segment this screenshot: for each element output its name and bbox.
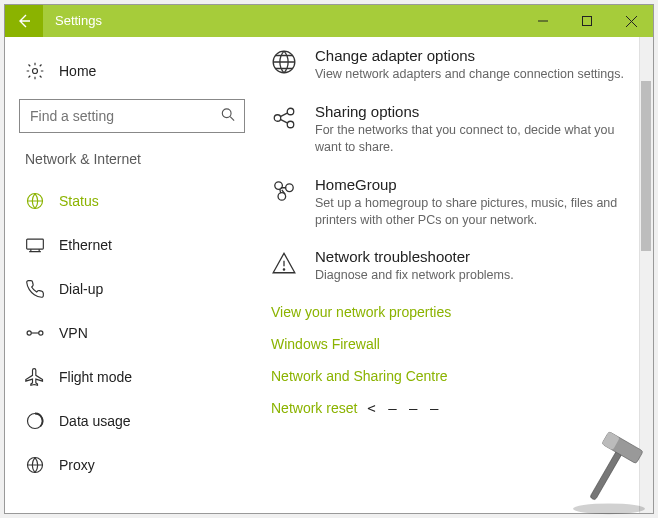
sidebar-item-status[interactable]: Status (19, 179, 265, 223)
home-label: Home (59, 63, 96, 79)
share-icon (271, 103, 299, 156)
svg-point-9 (27, 331, 31, 335)
svg-point-18 (286, 184, 294, 192)
close-button[interactable] (609, 5, 653, 37)
sidebar: Home Network & Internet Status (5, 37, 265, 513)
dialup-icon (25, 279, 45, 299)
scrollbar-track[interactable] (639, 37, 653, 513)
option-homegroup[interactable]: HomeGroup Set up a homegroup to share pi… (271, 176, 629, 229)
sidebar-item-label: VPN (59, 325, 88, 341)
link-windows-firewall[interactable]: Windows Firewall (271, 336, 629, 352)
annotation-arrow: < – – – (367, 400, 440, 416)
warning-icon (271, 248, 299, 284)
svg-point-4 (33, 69, 38, 74)
svg-line-6 (230, 117, 234, 121)
sidebar-item-label: Flight mode (59, 369, 132, 385)
sidebar-item-data-usage[interactable]: Data usage (19, 399, 265, 443)
option-sharing[interactable]: Sharing options For the networks that yo… (271, 103, 629, 156)
settings-window: Settings Home (4, 4, 654, 514)
window-title: Settings (43, 5, 102, 37)
svg-point-16 (287, 121, 294, 128)
airplane-icon (25, 367, 45, 387)
vpn-icon (25, 323, 45, 343)
titlebar: Settings (5, 5, 653, 37)
option-title: Change adapter options (315, 47, 624, 64)
svg-point-10 (39, 331, 43, 335)
svg-point-14 (274, 115, 281, 122)
link-network-sharing-centre[interactable]: Network and Sharing Centre (271, 368, 629, 384)
data-usage-icon (25, 411, 45, 431)
back-button[interactable] (5, 5, 43, 37)
sidebar-item-label: Status (59, 193, 99, 209)
option-title: Network troubleshooter (315, 248, 514, 265)
maximize-button[interactable] (565, 5, 609, 37)
sidebar-item-flight-mode[interactable]: Flight mode (19, 355, 265, 399)
option-desc: For the networks that you connect to, de… (315, 122, 629, 156)
option-title: Sharing options (315, 103, 629, 120)
homegroup-icon (271, 176, 299, 229)
arrow-left-icon (16, 13, 32, 29)
svg-point-5 (222, 109, 231, 118)
sidebar-item-proxy[interactable]: Proxy (19, 443, 265, 487)
sidebar-item-label: Proxy (59, 457, 95, 473)
main-panel: Change adapter options View network adap… (265, 37, 653, 513)
minimize-icon (538, 16, 548, 26)
search-input[interactable] (19, 99, 245, 133)
svg-rect-1 (583, 17, 592, 26)
svg-rect-8 (27, 239, 44, 249)
option-desc: View network adapters and change connect… (315, 66, 624, 83)
sidebar-item-vpn[interactable]: VPN (19, 311, 265, 355)
globe-icon (271, 47, 299, 83)
search-icon (221, 108, 235, 125)
option-title: HomeGroup (315, 176, 629, 193)
option-change-adapter[interactable]: Change adapter options View network adap… (271, 47, 629, 83)
scrollbar-thumb[interactable] (641, 81, 651, 251)
sidebar-item-dialup[interactable]: Dial-up (19, 267, 265, 311)
sidebar-item-label: Ethernet (59, 237, 112, 253)
home-button[interactable]: Home (19, 53, 265, 99)
link-network-reset[interactable]: Network reset (271, 400, 357, 416)
minimize-button[interactable] (521, 5, 565, 37)
sidebar-item-label: Data usage (59, 413, 131, 429)
option-desc: Diagnose and fix network problems. (315, 267, 514, 284)
category-label: Network & Internet (19, 149, 265, 179)
sidebar-item-label: Dial-up (59, 281, 103, 297)
ethernet-icon (25, 235, 45, 255)
close-icon (626, 16, 637, 27)
option-troubleshooter[interactable]: Network troubleshooter Diagnose and fix … (271, 248, 629, 284)
svg-point-15 (287, 108, 294, 115)
status-icon (25, 191, 45, 211)
globe-icon (25, 455, 45, 475)
maximize-icon (582, 16, 592, 26)
option-desc: Set up a homegroup to share pictures, mu… (315, 195, 629, 229)
sidebar-item-ethernet[interactable]: Ethernet (19, 223, 265, 267)
link-view-network-properties[interactable]: View your network properties (271, 304, 629, 320)
gear-icon (25, 61, 45, 81)
svg-point-21 (283, 269, 284, 270)
